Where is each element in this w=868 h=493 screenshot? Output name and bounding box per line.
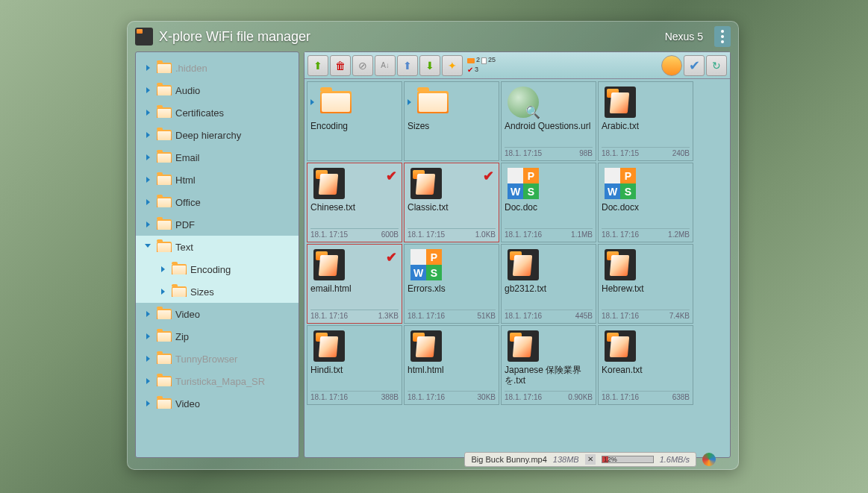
tree-item[interactable]: Video	[136, 392, 299, 415]
spinner-icon	[702, 453, 716, 466]
check-icon: ✔	[483, 168, 494, 184]
file-name: Doc.docx	[602, 202, 690, 213]
file-cell[interactable]: Android Questions.url18.1. 17:1598B	[501, 81, 596, 161]
tree-item[interactable]: Sizes	[136, 280, 299, 303]
tree-item[interactable]: Html	[136, 169, 299, 191]
app-icon	[135, 28, 153, 45]
app-title: X-plore WiFi file manager	[159, 29, 665, 45]
tree-item[interactable]: PDF	[136, 213, 299, 236]
file-name: Classic.txt	[408, 202, 496, 213]
tree-label: Video	[175, 309, 200, 320]
device-name: Nexus 5	[665, 31, 703, 43]
transfer-filename: Big Buck Bunny.mp4	[471, 455, 546, 464]
tree-label: Html	[175, 175, 196, 186]
document-icon	[508, 330, 539, 362]
tree-item[interactable]: TunnyBrowser	[136, 348, 299, 370]
item-counts: 2 25 ✔3	[467, 56, 496, 75]
file-cell[interactable]: PWSDoc.doc18.1. 17:161.1MB	[501, 163, 596, 242]
tree-item[interactable]: Encoding	[136, 258, 299, 280]
tree-item[interactable]: Office	[136, 191, 299, 213]
tree-item[interactable]: Email	[136, 146, 299, 169]
tree-item[interactable]: Turisticka_Mapa_SR	[136, 370, 299, 392]
menu-button[interactable]	[714, 26, 731, 47]
office-icon: PWS	[605, 168, 636, 199]
refresh-button[interactable]: ↻	[706, 55, 727, 76]
file-cell[interactable]: Arabic.txt18.1. 17:15240B	[598, 81, 693, 161]
file-name: Sizes	[408, 121, 496, 131]
tree-item[interactable]: .hidden	[136, 57, 299, 79]
up-button[interactable]: ⬆	[307, 55, 328, 76]
file-meta: 18.1. 17:15240B	[602, 147, 690, 157]
file-meta: 18.1. 17:167.4KB	[602, 310, 690, 320]
sun-icon[interactable]	[661, 55, 682, 76]
document-icon	[313, 249, 345, 280]
file-meta: 18.1. 17:16638B	[602, 391, 690, 401]
tree-label: PDF	[175, 219, 195, 230]
tree-item[interactable]: Zip	[136, 325, 299, 348]
file-cell[interactable]: Encoding	[307, 81, 402, 161]
file-meta: 18.1. 17:16388B	[310, 391, 399, 401]
file-name: Hebrew.txt	[602, 283, 690, 294]
content-area: .hiddenAudioCertificatesDeep hierarchyEm…	[135, 51, 731, 458]
upload-button[interactable]: ⬆	[397, 55, 418, 76]
tree-label: Text	[175, 242, 193, 253]
tree-label: Audio	[175, 85, 200, 96]
tree-label: Turisticka_Mapa_SR	[175, 376, 265, 387]
file-cell[interactable]: Hindi.txt18.1. 17:16388B	[307, 325, 402, 405]
file-meta: 18.1. 17:1651KB	[408, 310, 496, 320]
delete-button[interactable]: 🗑	[330, 55, 351, 76]
tree-item[interactable]: Video	[136, 303, 299, 325]
check-icon: ✔	[386, 168, 397, 184]
tree-label: Deep hierarchy	[175, 130, 241, 141]
tree-item[interactable]: Text	[136, 236, 299, 258]
file-cell[interactable]: ✔Classic.txt18.1. 17:151.0KB	[404, 163, 499, 242]
tree-label: Certificates	[175, 107, 224, 119]
file-cell[interactable]: Sizes	[404, 81, 499, 161]
file-cell[interactable]: PWSErrors.xls18.1. 17:1651KB	[404, 244, 499, 324]
file-cell[interactable]: ✔Chinese.txt18.1. 17:15600B	[307, 163, 402, 242]
tree-label: .hidden	[175, 63, 207, 74]
file-meta: 18.1. 17:161.2MB	[602, 228, 690, 239]
progress-bar: 12%	[602, 456, 654, 463]
url-icon	[508, 87, 539, 118]
file-cell[interactable]: Japanese 保険業界を.txt18.1. 17:160.90KB	[501, 325, 596, 405]
file-name: Japanese 保険業界を.txt	[505, 365, 593, 386]
tree-item[interactable]: Deep hierarchy	[136, 124, 299, 146]
check-button[interactable]: ✔	[684, 55, 705, 76]
rename-button[interactable]: A↓	[375, 55, 396, 76]
tree-item[interactable]: Certificates	[136, 101, 299, 124]
download-button[interactable]: ⬇	[419, 55, 440, 76]
office-icon: PWS	[410, 249, 442, 280]
file-meta: 18.1. 17:160.90KB	[505, 391, 593, 401]
statusbar: Big Buck Bunny.mp4 138MB ✕ 12% 1.6MB/s	[464, 452, 716, 467]
file-meta: 18.1. 17:161.3KB	[310, 310, 399, 320]
file-name: Hindi.txt	[310, 365, 399, 375]
document-icon	[605, 330, 636, 362]
folder-tree[interactable]: .hiddenAudioCertificatesDeep hierarchyEm…	[135, 51, 299, 458]
tree-label: TunnyBrowser	[175, 354, 237, 365]
file-cell[interactable]: PWSDoc.docx18.1. 17:161.2MB	[598, 163, 693, 242]
document-icon	[313, 330, 345, 362]
tree-item[interactable]: Audio	[136, 79, 299, 101]
transfer-speed: 1.6MB/s	[660, 455, 690, 464]
file-name: Korean.txt	[602, 365, 690, 375]
file-cell[interactable]: gb2312.txt18.1. 17:16445B	[501, 244, 596, 324]
file-name: gb2312.txt	[505, 283, 593, 294]
file-cell[interactable]: Hebrew.txt18.1. 17:167.4KB	[598, 244, 693, 324]
file-meta: 18.1. 17:1598B	[505, 147, 593, 157]
office-icon: PWS	[508, 168, 539, 199]
file-name: Arabic.txt	[602, 121, 690, 131]
cancel-transfer[interactable]: ✕	[585, 454, 596, 465]
tree-label: Sizes	[190, 286, 214, 298]
disable-button[interactable]: ⊘	[352, 55, 373, 76]
file-cell[interactable]: Korean.txt18.1. 17:16638B	[598, 325, 693, 405]
file-name: email.html	[310, 283, 399, 294]
transfer-size: 138MB	[553, 455, 579, 464]
file-cell[interactable]: html.html18.1. 17:1630KB	[404, 325, 499, 405]
file-meta: 18.1. 17:16445B	[505, 310, 593, 320]
file-name: html.html	[408, 365, 496, 375]
new-button[interactable]: ✦	[442, 55, 463, 76]
file-name: Doc.doc	[505, 202, 593, 213]
file-grid[interactable]: EncodingSizesAndroid Questions.url18.1. …	[305, 79, 730, 457]
file-cell[interactable]: ✔email.html18.1. 17:161.3KB	[307, 244, 402, 324]
